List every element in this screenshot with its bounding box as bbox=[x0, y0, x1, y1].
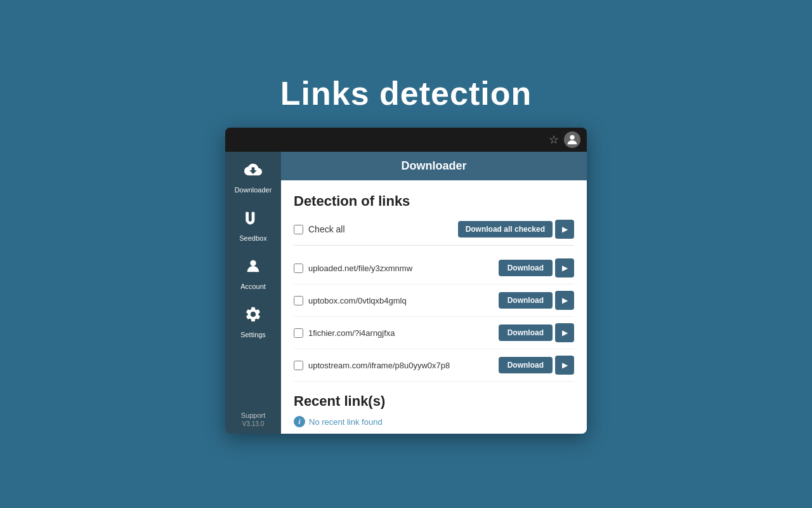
sidebar-item-downloader-label: Downloader bbox=[235, 186, 272, 194]
recent-no-link: i No recent link found bbox=[294, 416, 574, 427]
play-icon-0: ▶ bbox=[562, 264, 568, 272]
main-header: Downloader bbox=[281, 152, 587, 180]
download-button-3[interactable]: Download bbox=[499, 357, 553, 373]
play-icon-2: ▶ bbox=[562, 328, 568, 337]
sidebar: Downloader Seedbox bbox=[225, 152, 281, 434]
link-checkbox-3[interactable] bbox=[294, 361, 303, 370]
play-icon-1: ▶ bbox=[562, 296, 568, 305]
link-row-left: uploaded.net/file/y3zxmnmw bbox=[294, 264, 412, 273]
download-button-0[interactable]: Download bbox=[499, 260, 553, 276]
recent-title: Recent link(s) bbox=[294, 393, 574, 410]
title-bar: ☆ bbox=[225, 128, 587, 152]
link-row: 1fichier.com/?i4arngjfxa Download ▶ bbox=[294, 317, 574, 349]
play-button-1[interactable]: ▶ bbox=[555, 291, 574, 310]
sidebar-item-account-label: Account bbox=[240, 283, 266, 290]
link-row: uptostream.com/iframe/p8u0yyw0x7p8 Downl… bbox=[294, 349, 574, 382]
svg-rect-1 bbox=[246, 212, 249, 215]
link-url-1: uptobox.com/0vtlqxb4gmlq bbox=[308, 296, 407, 305]
link-row-right: Download ▶ bbox=[499, 323, 574, 342]
sidebar-item-settings[interactable]: Settings bbox=[225, 297, 281, 345]
play-button-2[interactable]: ▶ bbox=[555, 323, 574, 342]
link-url-2: 1fichier.com/?i4arngjfxa bbox=[308, 328, 395, 338]
play-button-3[interactable]: ▶ bbox=[555, 356, 574, 375]
sidebar-item-account[interactable]: Account bbox=[225, 248, 281, 297]
link-url-3: uptostream.com/iframe/p8u0yyw0x7p8 bbox=[308, 361, 450, 370]
link-checkbox-0[interactable] bbox=[294, 264, 303, 273]
detection-title: Detection of links bbox=[294, 193, 574, 210]
app-body: Downloader Seedbox bbox=[225, 152, 587, 434]
main-header-title: Downloader bbox=[401, 159, 466, 172]
recent-section: Recent link(s) i No recent link found bbox=[294, 393, 574, 427]
link-row-left: uptobox.com/0vtlqxb4gmlq bbox=[294, 296, 407, 305]
app-window: ☆ Downloader bbox=[225, 128, 587, 434]
avatar[interactable] bbox=[564, 131, 580, 148]
svg-rect-2 bbox=[252, 212, 255, 215]
star-icon[interactable]: ☆ bbox=[549, 133, 559, 147]
check-all-row: Check all Download all checked ▶ bbox=[294, 220, 574, 246]
sidebar-item-seedbox[interactable]: Seedbox bbox=[225, 200, 281, 248]
version-label: V3.13.0 bbox=[242, 420, 264, 427]
sidebar-footer: Support V3.13.0 bbox=[225, 411, 281, 434]
check-all-checkbox[interactable] bbox=[294, 225, 303, 234]
main-body: Detection of links Check all Download al… bbox=[281, 180, 587, 434]
support-label: Support bbox=[241, 411, 266, 419]
download-button-1[interactable]: Download bbox=[499, 292, 553, 309]
link-row-right: Download ▶ bbox=[499, 258, 574, 277]
svg-point-0 bbox=[570, 135, 574, 140]
play-all-icon: ▶ bbox=[562, 225, 568, 234]
person-icon bbox=[244, 257, 262, 279]
link-url-0: uploaded.net/file/y3zxmnmw bbox=[308, 264, 412, 273]
check-all-label: Check all bbox=[308, 224, 345, 234]
sidebar-item-seedbox-label: Seedbox bbox=[239, 234, 266, 242]
play-all-button[interactable]: ▶ bbox=[555, 220, 574, 239]
link-row-left: 1fichier.com/?i4arngjfxa bbox=[294, 328, 395, 338]
check-all-left: Check all bbox=[294, 224, 345, 234]
link-row: uptobox.com/0vtlqxb4gmlq Download ▶ bbox=[294, 284, 574, 317]
sidebar-item-downloader[interactable]: Downloader bbox=[225, 152, 281, 200]
play-button-0[interactable]: ▶ bbox=[555, 258, 574, 277]
link-row-right: Download ▶ bbox=[499, 291, 574, 310]
link-checkbox-2[interactable] bbox=[294, 328, 303, 338]
page-title: Links detection bbox=[280, 74, 532, 112]
sidebar-item-settings-label: Settings bbox=[240, 331, 266, 338]
check-all-right: Download all checked ▶ bbox=[458, 220, 574, 239]
main-content: Downloader Detection of links Check all … bbox=[281, 152, 587, 434]
svg-point-3 bbox=[250, 260, 256, 266]
no-recent-label: No recent link found bbox=[309, 417, 383, 427]
link-row-left: uptostream.com/iframe/p8u0yyw0x7p8 bbox=[294, 361, 450, 370]
link-checkbox-1[interactable] bbox=[294, 296, 303, 305]
link-row: uploaded.net/file/y3zxmnmw Download ▶ bbox=[294, 252, 574, 284]
gear-icon bbox=[244, 305, 262, 327]
download-cloud-icon bbox=[244, 161, 262, 182]
play-icon-3: ▶ bbox=[562, 361, 568, 370]
download-all-checked-button[interactable]: Download all checked bbox=[458, 221, 553, 237]
download-button-2[interactable]: Download bbox=[499, 324, 553, 341]
magnet-icon bbox=[244, 209, 262, 231]
info-icon: i bbox=[294, 416, 305, 427]
link-row-right: Download ▶ bbox=[499, 356, 574, 375]
